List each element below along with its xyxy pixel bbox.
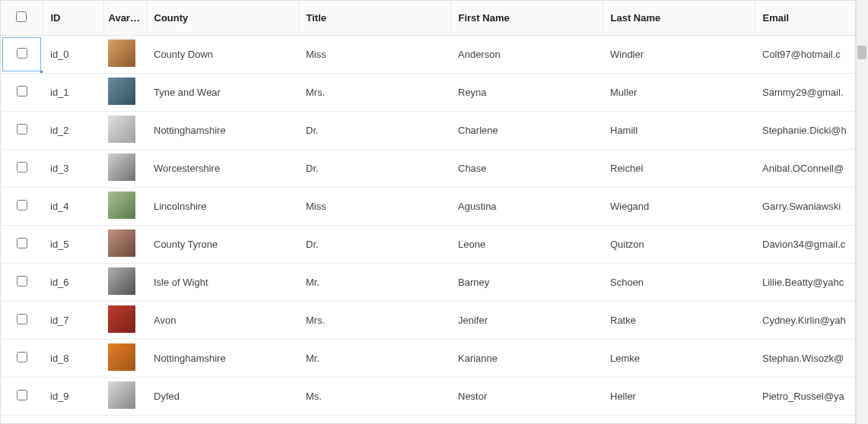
cell-last-name: Windler (603, 36, 755, 74)
avatar (108, 191, 135, 219)
cell-first-name: Nestor (450, 378, 603, 416)
header-avatar[interactable]: Avartar (103, 1, 146, 36)
cell-avatar (103, 340, 146, 378)
cell-id: id_7 (43, 302, 103, 340)
row-checkbox[interactable] (17, 86, 27, 97)
cell-county: Tyne and Wear (146, 74, 298, 112)
cell-id: id_4 (43, 188, 103, 226)
header-last-name[interactable]: Last Name (603, 1, 755, 36)
header-county[interactable]: County (146, 1, 298, 36)
avatar (108, 267, 135, 295)
row-checkbox-cell[interactable] (1, 36, 43, 74)
table-header: ID Avartar County Title First Name Last … (1, 1, 856, 36)
cell-email: Garry.Swaniawski (755, 188, 856, 226)
cell-county: County Tyrone (146, 226, 298, 264)
avatar (108, 229, 135, 257)
cell-id: id_6 (43, 264, 103, 302)
cell-avatar (103, 302, 146, 340)
row-checkbox-cell[interactable] (1, 302, 43, 340)
row-checkbox[interactable] (17, 162, 27, 172)
row-checkbox[interactable] (17, 48, 27, 59)
row-checkbox[interactable] (17, 352, 27, 362)
row-checkbox-cell[interactable] (1, 112, 43, 150)
cell-first-name: Jenifer (450, 302, 603, 340)
cell-first-name: Leone (450, 226, 603, 264)
cell-avatar (103, 112, 146, 150)
table-row[interactable]: id_0County DownMissAndersonWindlerColt97… (1, 36, 856, 74)
cell-id: id_3 (43, 150, 103, 188)
cell-id: id_0 (43, 36, 103, 74)
cell-title: Miss (298, 36, 450, 74)
cell-avatar (103, 264, 146, 302)
row-checkbox-cell[interactable] (1, 188, 43, 226)
cell-avatar (103, 226, 146, 264)
row-checkbox-cell[interactable] (1, 226, 43, 264)
row-checkbox-cell[interactable] (1, 264, 43, 302)
avatar (108, 343, 135, 371)
cell-email: Stephanie.Dicki@h (755, 112, 856, 150)
table-row[interactable]: id_7AvonMrs.JeniferRatkeCydney.Kirlin@ya… (1, 302, 856, 340)
row-checkbox-cell[interactable] (1, 378, 43, 416)
table-row[interactable]: id_4LincolnshireMissAgustinaWiegandGarry… (1, 188, 856, 226)
row-checkbox[interactable] (17, 276, 27, 286)
cell-first-name: Barney (450, 264, 603, 302)
cell-first-name: Agustina (450, 188, 603, 226)
cell-last-name: Muller (603, 74, 755, 112)
vertical-scrollbar-thumb[interactable] (857, 46, 866, 59)
row-checkbox[interactable] (17, 124, 27, 134)
cell-title: Miss (298, 188, 450, 226)
table-row[interactable]: id_9DyfedMs.NestorHellerPietro_Russel@ya (1, 378, 856, 416)
avatar (108, 153, 135, 181)
cell-last-name: Ratke (603, 302, 755, 340)
header-email[interactable]: Email (755, 1, 856, 36)
cell-avatar (103, 36, 146, 74)
header-checkbox-cell (1, 1, 43, 36)
row-checkbox[interactable] (17, 238, 27, 248)
cell-county: Isle of Wight (146, 264, 298, 302)
avatar (108, 78, 135, 105)
table-row[interactable]: id_2NottinghamshireDr.CharleneHamillStep… (1, 112, 856, 150)
cell-last-name: Lemke (603, 340, 755, 378)
cell-first-name: Karianne (450, 340, 603, 378)
header-title[interactable]: Title (298, 1, 450, 36)
table-row[interactable]: id_1Tyne and WearMrs.ReynaMullerSammy29@… (1, 74, 856, 112)
cell-id: id_1 (43, 74, 103, 112)
table-row[interactable]: id_8NottinghamshireMr.KarianneLemkeSteph… (1, 340, 856, 378)
cell-email: Pietro_Russel@ya (755, 378, 856, 416)
cell-county: Nottinghamshire (146, 112, 298, 150)
cell-last-name: Reichel (603, 150, 755, 188)
header-first-name[interactable]: First Name (450, 1, 603, 36)
row-checkbox-cell[interactable] (1, 74, 43, 112)
cell-last-name: Hamill (603, 112, 755, 150)
cell-id: id_9 (43, 378, 103, 416)
vertical-scrollbar-track[interactable] (856, 0, 868, 424)
row-checkbox[interactable] (17, 200, 27, 210)
cell-avatar (103, 150, 146, 188)
avatar (108, 115, 135, 143)
cell-last-name: Wiegand (603, 188, 755, 226)
cell-last-name: Heller (603, 378, 755, 416)
avatar (108, 305, 135, 333)
select-all-checkbox[interactable] (16, 11, 27, 22)
table-row[interactable]: id_6Isle of WightMr.BarneySchoenLillie.B… (1, 264, 856, 302)
header-row: ID Avartar County Title First Name Last … (1, 1, 856, 36)
cell-title: Ms. (298, 378, 450, 416)
cell-id: id_8 (43, 340, 103, 378)
cell-email: Colt97@hotmail.c (755, 36, 856, 74)
cell-title: Mrs. (298, 74, 450, 112)
cell-avatar (103, 378, 146, 416)
cell-county: Lincolnshire (146, 188, 298, 226)
data-table: ID Avartar County Title First Name Last … (1, 1, 856, 416)
cell-title: Dr. (298, 226, 450, 264)
cell-title: Mr. (298, 264, 450, 302)
table-row[interactable]: id_3WorcestershireDr.ChaseReichelAnibal.… (1, 150, 856, 188)
row-checkbox-cell[interactable] (1, 150, 43, 188)
data-grid[interactable]: ID Avartar County Title First Name Last … (0, 0, 856, 424)
header-id[interactable]: ID (43, 1, 103, 36)
row-checkbox[interactable] (17, 314, 27, 324)
cell-first-name: Reyna (450, 74, 603, 112)
row-checkbox-cell[interactable] (1, 340, 43, 378)
table-row[interactable]: id_5County TyroneDr.LeoneQuitzonDavion34… (1, 226, 856, 264)
row-checkbox[interactable] (17, 390, 27, 400)
cell-email: Lillie.Beatty@yahc (755, 264, 856, 302)
